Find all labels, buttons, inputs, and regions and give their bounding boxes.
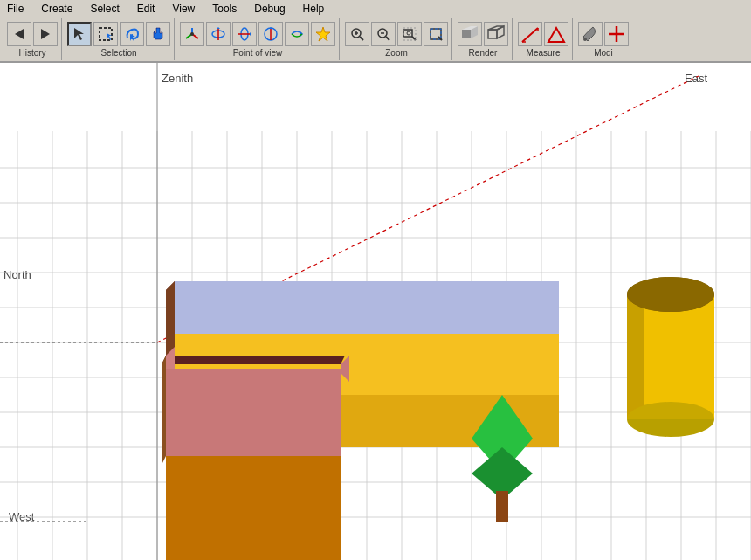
menu-debug[interactable]: Debug (251, 2, 288, 16)
render-solid-button[interactable] (458, 22, 482, 46)
svg-point-9 (190, 32, 194, 36)
3d-scene (0, 63, 751, 560)
svg-marker-20 (316, 27, 330, 41)
cylinder-shade (627, 294, 644, 419)
rect-select-button[interactable] (93, 22, 118, 46)
toolbar-group-pov: Point of view (176, 18, 340, 60)
menu-edit[interactable]: Edit (134, 2, 159, 16)
zoom-fit-button[interactable] (397, 22, 422, 46)
toolbar-section-pov: Point of view (180, 22, 335, 58)
pov-rotate-z-button[interactable] (258, 22, 283, 46)
zoom-label: Zoom (385, 48, 408, 58)
toolbar-group-history: History (3, 18, 62, 60)
toolbar-section-measure: Measure (518, 22, 568, 58)
select-button[interactable] (67, 22, 92, 46)
toolbar-section-render: Render (458, 22, 508, 58)
menu-select[interactable]: Select (86, 2, 122, 16)
toolbar-group-modi: Modi (575, 18, 632, 60)
svg-marker-1 (41, 29, 50, 39)
menu-view[interactable]: View (169, 2, 198, 16)
svg-point-46 (583, 38, 587, 41)
modi-label: Modi (594, 48, 613, 58)
toolbar-group-selection: Selection (64, 18, 175, 60)
pov-rotate-x-button[interactable] (206, 22, 231, 46)
svg-line-24 (360, 37, 363, 40)
svg-marker-44 (548, 28, 564, 42)
toolbar: History (0, 17, 751, 63)
modi1-button[interactable] (578, 22, 603, 46)
pov-flip-button[interactable] (285, 22, 309, 46)
menubar: File Create Select Edit View Tools Debug… (0, 0, 751, 17)
cylinder-top (627, 277, 714, 312)
svg-marker-0 (15, 29, 24, 39)
render-wireframe-button[interactable] (484, 22, 508, 46)
svg-rect-38 (488, 30, 497, 38)
svg-line-41 (522, 28, 538, 42)
menu-help[interactable]: Help (300, 2, 328, 16)
toolbar-group-measure: Measure (514, 18, 573, 60)
roof-right-slope (175, 281, 559, 334)
wing-roof-ridge (162, 356, 345, 364)
svg-line-27 (386, 37, 389, 40)
pov-label: Point of view (233, 48, 283, 58)
wing-bottom-dark (166, 456, 341, 560)
pan-button[interactable] (146, 22, 170, 46)
modi2-button[interactable] (604, 22, 629, 46)
lasso-button[interactable] (120, 22, 144, 46)
measure-angle-button[interactable] (544, 22, 568, 46)
svg-rect-35 (462, 30, 471, 38)
tree-trunk (496, 491, 508, 522)
zoom-out-button[interactable] (371, 22, 396, 46)
toolbar-section-zoom: Zoom (345, 22, 448, 58)
measure-dist-button[interactable] (518, 22, 542, 46)
svg-marker-12 (217, 27, 220, 29)
svg-marker-15 (250, 32, 251, 36)
svg-marker-2 (74, 28, 84, 40)
forward-button[interactable] (33, 22, 58, 46)
toolbar-section-selection: Selection (67, 22, 170, 58)
toolbar-group-zoom: Zoom (341, 18, 452, 60)
pov-preset-button[interactable] (311, 22, 335, 46)
menu-file[interactable]: File (3, 2, 27, 16)
svg-line-30 (412, 37, 416, 40)
wing-left-face (162, 356, 166, 465)
history-label: History (18, 48, 45, 58)
svg-marker-40 (488, 26, 504, 30)
toolbar-section-history: History (7, 22, 58, 58)
svg-point-29 (407, 31, 410, 35)
toolbar-section-modi: Modi (578, 22, 629, 58)
selection-label: Selection (100, 48, 136, 58)
pov-rotate-y-button[interactable] (232, 22, 257, 46)
pov-axes-button[interactable] (180, 22, 204, 46)
viewport[interactable]: Zenith East North West (0, 63, 751, 560)
back-button[interactable] (7, 22, 31, 46)
toolbar-group-render: Render (454, 18, 513, 60)
zoom-box-button[interactable] (424, 22, 448, 46)
zoom-in-button[interactable] (345, 22, 369, 46)
render-label: Render (469, 48, 498, 58)
measure-label: Measure (527, 48, 561, 58)
menu-create[interactable]: Create (38, 2, 76, 16)
menu-tools[interactable]: Tools (209, 2, 240, 16)
